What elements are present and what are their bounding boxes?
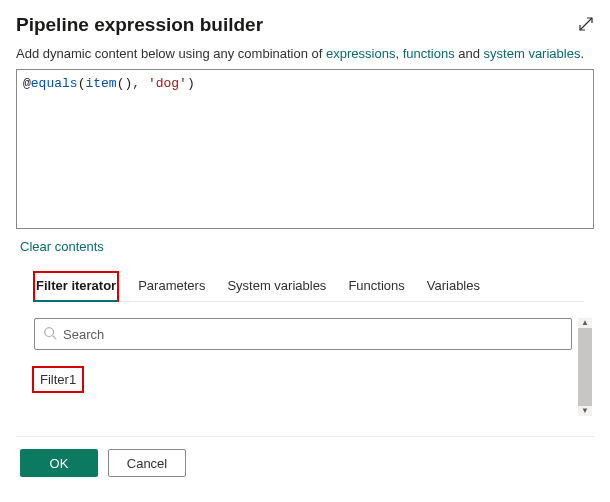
clear-contents-link[interactable]: Clear contents xyxy=(20,239,104,254)
scroll-down-icon[interactable]: ▼ xyxy=(581,407,589,415)
scrollbar-thumb[interactable] xyxy=(578,328,592,406)
tab-bar: Filter iterator Parameters System variab… xyxy=(34,272,584,302)
footer: OK Cancel xyxy=(16,436,594,477)
list-item[interactable]: Filter1 xyxy=(34,368,82,391)
tab-parameters[interactable]: Parameters xyxy=(136,272,207,301)
tab-filter-iterator[interactable]: Filter iterator xyxy=(34,272,118,301)
search-input[interactable] xyxy=(63,327,563,342)
tab-system-variables[interactable]: System variables xyxy=(225,272,328,301)
page-title: Pipeline expression builder xyxy=(16,14,263,36)
link-system-variables[interactable]: system variables xyxy=(484,46,581,61)
expand-icon[interactable] xyxy=(578,16,594,35)
scrollbar[interactable]: ▲ ▼ xyxy=(578,318,592,416)
helper-prefix: Add dynamic content below using any comb… xyxy=(16,46,326,61)
tab-functions[interactable]: Functions xyxy=(346,272,406,301)
svg-point-0 xyxy=(45,327,54,336)
search-icon xyxy=(43,326,63,343)
svg-line-1 xyxy=(53,335,57,339)
scroll-up-icon[interactable]: ▲ xyxy=(581,319,589,327)
expression-editor[interactable]: @equals(item(), 'dog') xyxy=(16,69,594,229)
link-functions[interactable]: functions xyxy=(403,46,455,61)
ok-button[interactable]: OK xyxy=(20,449,98,477)
cancel-button[interactable]: Cancel xyxy=(108,449,186,477)
link-expressions[interactable]: expressions xyxy=(326,46,395,61)
search-field[interactable] xyxy=(34,318,572,350)
helper-text: Add dynamic content below using any comb… xyxy=(16,46,594,61)
tab-variables[interactable]: Variables xyxy=(425,272,482,301)
